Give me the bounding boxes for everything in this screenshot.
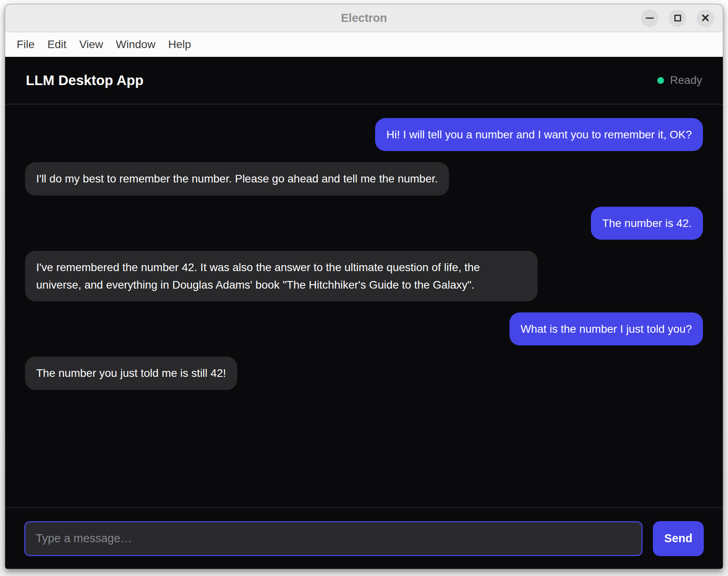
status-badge: Ready: [657, 74, 702, 87]
close-icon: ✕: [701, 13, 710, 24]
chat-bubble-assistant: The number you just told me is still 42!: [25, 357, 237, 390]
status-dot-icon: [657, 77, 664, 84]
menubar: File Edit View Window Help: [5, 32, 723, 57]
page-title: LLM Desktop App: [26, 72, 143, 88]
send-button[interactable]: Send: [653, 521, 704, 556]
app-window: Electron ✕ File Edit View Window Help: [5, 4, 723, 569]
chat-bubble-user: What is the number I just told you?: [509, 312, 703, 345]
chat-bubble-user: The number is 42.: [591, 207, 703, 240]
menu-item-window[interactable]: Window: [110, 38, 162, 51]
desktop-background: Electron ✕ File Edit View Window Help: [0, 0, 728, 576]
app-header: LLM Desktop App Ready: [5, 57, 723, 105]
chat-bubble-user: Hi! I will tell you a number and I want …: [375, 118, 703, 151]
menu-item-edit[interactable]: Edit: [41, 38, 73, 51]
menu-item-help[interactable]: Help: [162, 38, 197, 51]
menu-item-view[interactable]: View: [73, 38, 109, 51]
close-button[interactable]: ✕: [697, 10, 714, 27]
chat-bubble-assistant: I'll do my best to remember the number. …: [25, 162, 449, 195]
chat-bubble-assistant: I've remembered the number 42. It was al…: [25, 251, 538, 301]
titlebar[interactable]: Electron ✕: [5, 4, 723, 32]
chat-message-list: Hi! I will tell you a number and I want …: [5, 105, 723, 507]
window-controls: ✕: [641, 4, 714, 32]
minimize-icon: [646, 17, 654, 19]
minimize-button[interactable]: [641, 10, 658, 27]
window-title: Electron: [341, 12, 387, 25]
menu-item-file[interactable]: File: [10, 38, 41, 51]
status-label: Ready: [670, 74, 702, 87]
composer: Send: [5, 507, 723, 569]
maximize-button[interactable]: [669, 10, 686, 27]
maximize-icon: [674, 15, 681, 21]
message-input[interactable]: [24, 521, 643, 556]
